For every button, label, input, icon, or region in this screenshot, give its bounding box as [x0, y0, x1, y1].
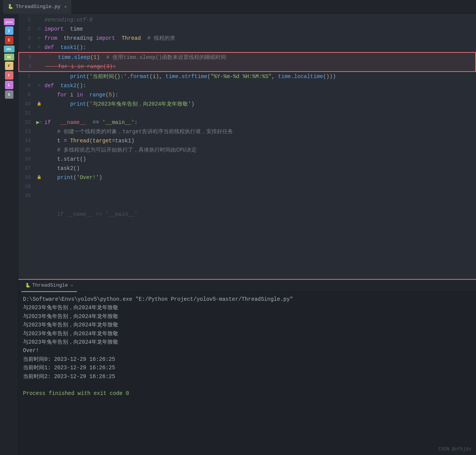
editor-tab[interactable]: 🐍 ThreadSingle.py ✕ — [3, 0, 72, 14]
code-line-16: 16 t.start() — [18, 155, 476, 164]
tab-label: ThreadSingle.py — [16, 4, 60, 10]
code-line-13: 13 # 创建一个线程类的对象，target告诉程序当前线程执行谁，安排好任务 — [18, 127, 476, 136]
watermark: CSDN @nfkjdx — [439, 447, 471, 452]
sidebar: yolo y C XML MD r r L s — [0, 14, 18, 455]
terminal-empty-line — [23, 381, 471, 389]
code-line-7: 7 print('当前时间{}:'.format(i), time.strfti… — [18, 72, 476, 81]
sidebar-label-md[interactable]: MD — [4, 54, 14, 60]
code-line-15: 15 # 多线程状态为可以开始执行了，具体执行时间由CPU决定 — [18, 145, 476, 155]
code-line-14: 14 t = Thread(target=task1) — [18, 136, 476, 145]
code-line-1: 1 #encoding:utf-8 — [18, 15, 476, 24]
terminal-tab-close[interactable]: ✕ — [71, 283, 73, 288]
sidebar-label-r2[interactable]: r — [5, 71, 13, 80]
terminal-tab[interactable]: 🐍 ThreadSingle ✕ — [21, 280, 77, 292]
sidebar-label-yolo[interactable]: yolo — [4, 18, 15, 25]
code-editor[interactable]: 1 #encoding:utf-8 2 ⊟ import time 3 ⊟ — [18, 14, 476, 279]
code-line-2: 2 ⊟ import time — [18, 24, 476, 34]
code-line-ghost: if __name__ == '__main__' — [18, 210, 476, 219]
code-line-18: 18 🔒 print('Over!') — [18, 173, 476, 182]
sidebar-label-r1[interactable]: r — [5, 62, 13, 70]
code-line-10: 10 🔒 print('与2023年兔年告别，向2024年龙年致敬') — [18, 99, 476, 109]
terminal-panel: 🐍 ThreadSingle ✕ D:\Software\Envs\yolov5… — [18, 279, 476, 455]
panel-tab-bar: 🐍 ThreadSingle ✕ — [18, 280, 476, 292]
terminal-output-5: 与2023年兔年告别，向2024年龙年致敬 — [23, 338, 471, 346]
terminal-content[interactable]: D:\Software\Envs\yolov5\python.exe "E:/P… — [18, 292, 476, 455]
terminal-output-2: 与2023年兔年告别，向2024年龙年致敬 — [23, 312, 471, 321]
code-line-11: 11 — [18, 109, 476, 118]
sidebar-label-y[interactable]: y — [5, 26, 13, 35]
code-line-12: 12 ▶ ⊟ if __name__ == '__main__': — [18, 118, 476, 127]
run-marker: ▶ — [36, 118, 39, 127]
editor-area: 1 #encoding:utf-8 2 ⊟ import time 3 ⊟ — [18, 14, 476, 455]
terminal-output-t2: 当前时间2: 2023-12-29 16:26:25 — [23, 372, 471, 381]
terminal-output-4: 与2023年兔年告别，向2024年龙年致敬 — [23, 329, 471, 338]
python-file-icon: 🐍 — [8, 4, 13, 10]
terminal-exit-line: Process finished with exit code 0 — [23, 389, 471, 398]
code-line-3: 3 ⊟ from threading import Thread # 线程的类 — [18, 34, 476, 43]
terminal-output-t1: 当前时间1: 2023-12-29 16:26:25 — [23, 364, 471, 372]
terminal-output-1: 与2023年兔年告别，向2024年龙年致敬 — [23, 303, 471, 312]
code-line-19: 19 — [18, 182, 476, 191]
sidebar-label-xml[interactable]: XML — [4, 46, 15, 52]
code-lines: 1 #encoding:utf-8 2 ⊟ import time 3 ⊟ — [18, 14, 476, 220]
terminal-output-t0: 当前时间0: 2023-12-29 16:26:25 — [23, 355, 471, 364]
terminal-output-over: Over! — [23, 346, 471, 355]
code-line-6: 6 for i in range(3): — [18, 62, 476, 72]
code-line-4: 4 ⊟ def task1(): — [18, 43, 476, 52]
code-line-8: 8 ⊟ def task2(): — [18, 81, 476, 90]
sidebar-label-c[interactable]: C — [5, 36, 13, 44]
code-line-5: 5 time.sleep(1) # 使用time.sleep()函数来设置线程的… — [18, 52, 476, 62]
tab-close-icon[interactable]: ✕ — [64, 4, 67, 9]
main-area: yolo y C XML MD r r L s 1 #en — [0, 14, 476, 455]
sidebar-labels: yolo y C XML MD r r L s — [4, 18, 15, 99]
code-line-20: 20 — [18, 191, 476, 201]
terminal-tab-label: ThreadSingle — [32, 282, 68, 288]
terminal-output-3: 与2023年兔年告别，向2024年龙年致敬 — [23, 321, 471, 329]
tab-bar: 🐍 ThreadSingle.py ✕ — [0, 0, 476, 14]
code-line-extra — [18, 201, 476, 210]
sidebar-label-s[interactable]: s — [5, 90, 13, 99]
ide-container: 🐍 ThreadSingle.py ✕ yolo y C XML MD r r … — [0, 0, 476, 455]
code-line-9: 9 for i in range(5): — [18, 90, 476, 99]
code-line-17: 17 task2() — [18, 164, 476, 173]
terminal-tab-icon: 🐍 — [25, 283, 31, 288]
sidebar-label-l[interactable]: L — [5, 81, 13, 89]
terminal-command: D:\Software\Envs\yolov5\python.exe "E:/P… — [23, 295, 471, 303]
